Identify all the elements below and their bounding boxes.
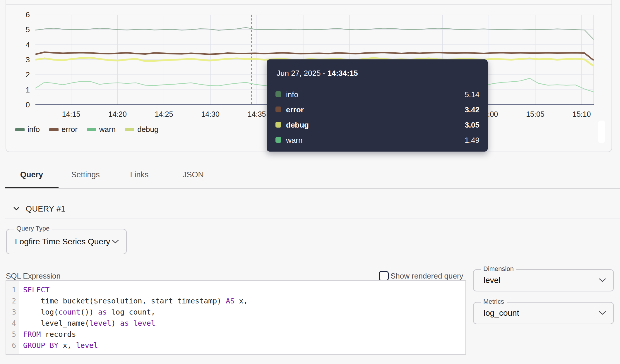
tab-bar-rule [5, 188, 620, 189]
tooltip-series-label: debug [286, 121, 309, 129]
chevron-down-icon [599, 311, 606, 317]
tooltip-series-value: 3.05 [465, 121, 479, 129]
tooltip-row-warn: warn1.49 [275, 136, 479, 144]
x-axis-tick-label: 14:25 [151, 110, 177, 119]
legend-item-error[interactable]: error [49, 125, 78, 134]
code-line: GROUP BY x, level [23, 340, 465, 351]
chevron-down-icon [599, 278, 606, 284]
tab-links[interactable]: Links [112, 169, 166, 181]
tooltip-series-value: 5.14 [465, 91, 479, 98]
sql-expression-label: SQL Expression [6, 272, 61, 281]
tooltip-timestamp: Jun 27, 2025 - 14:34:15 [277, 69, 358, 78]
code-line: time_bucket($resolution, start_timestamp… [23, 296, 465, 307]
x-axis-tick-label: 14:20 [105, 110, 131, 119]
tooltip-swatch [275, 107, 281, 112]
tooltip-divider [275, 81, 479, 81]
sql-editor[interactable]: 123456 SELECT time_bucket($resolution, s… [6, 280, 466, 355]
y-axis-tick-label: 4 [12, 40, 30, 49]
dimension-select[interactable]: Dimension level [473, 269, 614, 291]
show-rendered-query-checkbox[interactable] [379, 271, 389, 281]
tooltip-swatch [275, 137, 281, 143]
panel-header-divider [6, 4, 612, 5]
tooltip-row-info: info5.14 [275, 91, 479, 98]
panel-tabs: QuerySettingsLinksJSON [5, 169, 220, 181]
y-axis-tick-label: 1 [12, 85, 30, 95]
y-axis-tick-label: 0 [12, 100, 30, 109]
query-section-divider [5, 219, 620, 219]
code-line: SELECT [23, 284, 465, 296]
legend-item-debug[interactable]: debug [125, 125, 158, 134]
metrics-value: log_count [484, 303, 519, 324]
x-axis-tick-label: 15:05 [522, 110, 549, 119]
show-rendered-query-label: Show rendered query [391, 272, 463, 281]
y-axis-tick-label: 5 [12, 25, 30, 34]
y-axis-tick-label: 3 [12, 55, 30, 64]
tooltip-row-error: error3.42 [275, 106, 479, 114]
line-number: 2 [6, 296, 19, 307]
legend-item-info[interactable]: info [15, 125, 40, 134]
tab-settings[interactable]: Settings [59, 169, 112, 181]
query-type-value: Logfire Time Series Query [15, 229, 110, 254]
y-axis-tick-label: 6 [12, 10, 30, 19]
chart-legend: infoerrorwarndebug [15, 125, 159, 134]
tooltip-series-label: warn [286, 136, 302, 144]
tooltip-series-label: error [286, 106, 304, 114]
line-number: 3 [6, 307, 19, 318]
query-type-select[interactable]: Query Type Logfire Time Series Query [6, 229, 127, 254]
tooltip-series-value: 1.49 [465, 136, 479, 144]
legend-label: info [28, 125, 40, 134]
tooltip-series-value: 3.42 [465, 106, 479, 114]
chevron-down-icon [112, 239, 119, 245]
line-number: 6 [6, 340, 19, 351]
legend-label: error [61, 125, 78, 134]
legend-swatch [15, 128, 25, 131]
sql-code[interactable]: SELECT time_bucket($resolution, start_ti… [20, 281, 465, 354]
code-line: log(count()) as log_count, [23, 307, 465, 318]
line-number: 5 [6, 329, 19, 340]
x-axis-tick-label: 14:15 [58, 110, 84, 119]
dimension-value: level [484, 270, 501, 291]
metrics-select[interactable]: Metrics log_count [473, 302, 614, 324]
legend-swatch [125, 128, 134, 131]
x-axis-tick-label: 14:35 [244, 110, 270, 119]
tab-query[interactable]: Query [5, 169, 59, 181]
legend-swatch [87, 128, 96, 131]
code-line: FROM records [23, 329, 465, 340]
x-axis-tick-label: 14:30 [197, 110, 224, 119]
tab-json[interactable]: JSON [166, 169, 220, 181]
legend-label: debug [137, 125, 158, 134]
scrollbar-thumb[interactable] [598, 121, 605, 143]
legend-label: warn [99, 125, 116, 134]
series-line-info [35, 28, 594, 40]
tooltip-series-label: info [286, 91, 298, 98]
y-axis-tick-label: 2 [12, 70, 30, 79]
chart-tooltip: Jun 27, 2025 - 14:34:15 info5.14error3.4… [267, 59, 488, 152]
code-line: level_name(level) as level [23, 318, 465, 329]
x-axis-tick-label: 15:10 [568, 110, 595, 119]
legend-item-warn[interactable]: warn [87, 125, 116, 134]
line-number: 1 [6, 284, 19, 296]
line-number-gutter: 123456 [6, 281, 19, 354]
tooltip-swatch [275, 122, 281, 128]
query-section-title[interactable]: QUERY #1 [26, 205, 66, 214]
legend-swatch [49, 128, 59, 131]
tooltip-swatch [275, 91, 281, 97]
tooltip-row-debug: debug3.05 [275, 121, 479, 129]
chevron-down-icon[interactable] [13, 207, 20, 212]
line-number: 4 [6, 318, 19, 329]
dashboard-screen: 0123456 14:1514:2014:2514:3014:3514:4014… [0, 0, 620, 364]
